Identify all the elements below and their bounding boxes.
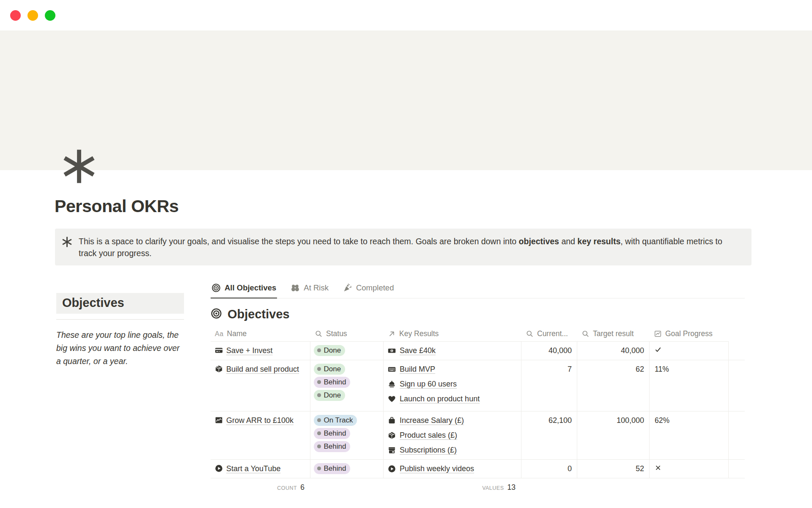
status-cell[interactable]: Behind bbox=[310, 460, 384, 478]
goal-progress-cell[interactable] bbox=[650, 460, 729, 478]
row-end-spacer bbox=[729, 342, 745, 360]
asterisk-icon[interactable] bbox=[62, 149, 96, 184]
goal-progress-cell[interactable]: 62% bbox=[650, 411, 729, 460]
current-result-cell[interactable]: 0 bbox=[521, 460, 577, 478]
play-button-icon bbox=[215, 464, 223, 472]
column-label: Status bbox=[326, 329, 347, 338]
key-results-cell[interactable]: Publish weekly videos bbox=[384, 460, 521, 478]
goal-progress-value: 62% bbox=[655, 416, 669, 425]
binoculars-icon bbox=[291, 283, 300, 293]
column-label: Key Results bbox=[399, 329, 439, 338]
play-button-icon bbox=[388, 465, 396, 473]
column-header-goal-progress[interactable]: Goal Progress bbox=[650, 327, 729, 342]
tab-at-risk[interactable]: At Risk bbox=[290, 282, 329, 298]
asterisk-icon bbox=[62, 235, 72, 249]
status-label: Behind bbox=[324, 378, 346, 387]
objective-title: Start a YouTube bbox=[226, 464, 280, 473]
notion-window: Personal OKRs This is a space to clarify… bbox=[0, 0, 812, 508]
tab-completed[interactable]: Completed bbox=[342, 282, 395, 298]
count-aggregate[interactable]: COUNT6 bbox=[211, 478, 310, 492]
current-result-cell[interactable]: 40,000 bbox=[521, 342, 577, 360]
key-result-title: Build MVP bbox=[400, 364, 435, 375]
close-button[interactable] bbox=[10, 10, 21, 21]
row-end-spacer bbox=[729, 460, 745, 478]
key-result-link[interactable]: Launch on product hunt bbox=[388, 393, 517, 405]
column-label: Target result bbox=[593, 329, 634, 338]
key-result-title: Launch on product hunt bbox=[400, 393, 480, 405]
status-pill-behind[interactable]: Behind bbox=[314, 463, 350, 474]
key-result-link[interactable]: Increase Salary (£) bbox=[388, 415, 517, 426]
minimize-button[interactable] bbox=[27, 10, 38, 21]
status-pill-behind[interactable]: Behind bbox=[314, 377, 350, 388]
status-cell[interactable]: DoneBehindDone bbox=[310, 360, 384, 411]
column-header-current[interactable]: Current... bbox=[521, 327, 577, 342]
column-header-status[interactable]: Status bbox=[310, 327, 384, 342]
status-cell[interactable]: Done bbox=[310, 342, 384, 360]
key-result-link[interactable]: Subscriptions (£) bbox=[388, 444, 517, 456]
page-title[interactable]: Personal OKRs bbox=[55, 196, 178, 216]
status-pill-done[interactable]: Done bbox=[314, 390, 345, 401]
handbag-icon bbox=[388, 417, 396, 425]
status-pill-behind[interactable]: Behind bbox=[314, 441, 350, 452]
credit-card-icon bbox=[215, 346, 223, 354]
column-header-target-result[interactable]: Target result bbox=[577, 327, 650, 342]
status-pill-behind[interactable]: Behind bbox=[314, 428, 350, 439]
zoom-button[interactable] bbox=[45, 10, 55, 21]
key-result-title: Subscriptions (£) bbox=[400, 444, 457, 456]
current-result-cell[interactable]: 7 bbox=[521, 360, 577, 411]
page-icon-asterisk[interactable] bbox=[62, 149, 96, 185]
values-aggregate[interactable]: VALUES13 bbox=[384, 478, 521, 492]
key-result-link[interactable]: Save £40k bbox=[388, 345, 517, 356]
target-result-cell[interactable]: 62 bbox=[577, 360, 650, 411]
key-result-title: Increase Salary (£) bbox=[400, 415, 464, 426]
target-icon bbox=[211, 283, 221, 293]
objective-name-cell[interactable]: Build and sell product bbox=[211, 360, 310, 411]
status-label: Behind bbox=[324, 464, 346, 473]
objective-title: Save + Invest bbox=[226, 346, 273, 355]
key-results-cell[interactable]: Save £40k bbox=[384, 342, 521, 360]
table-row: Build and sell productDoneBehindDoneBuil… bbox=[211, 360, 745, 411]
status-dot bbox=[317, 431, 321, 435]
status-label: Behind bbox=[324, 429, 346, 438]
storefront-icon bbox=[388, 446, 396, 454]
current-result-cell[interactable]: 62,100 bbox=[521, 411, 577, 460]
objective-link[interactable]: Save + Invest bbox=[215, 346, 273, 355]
sidebar-column: Objectives These are your top line goals… bbox=[56, 293, 184, 368]
asterisk-icon bbox=[62, 237, 72, 247]
status-cell[interactable]: On TrackBehindBehind bbox=[310, 411, 384, 460]
tab-all-objectives[interactable]: All Objectives bbox=[211, 282, 277, 298]
status-pill-on-track[interactable]: On Track bbox=[314, 415, 357, 426]
text-icon: Aa bbox=[215, 330, 224, 338]
goal-progress-cell[interactable] bbox=[650, 342, 729, 360]
status-pill-done[interactable]: Done bbox=[314, 345, 345, 356]
status-label: Done bbox=[324, 365, 341, 373]
key-result-link[interactable]: Product sales (£) bbox=[388, 430, 517, 441]
database-title[interactable]: Objectives bbox=[228, 307, 290, 321]
column-header-key-results[interactable]: Key Results bbox=[384, 327, 521, 342]
target-result-cell[interactable]: 52 bbox=[577, 460, 650, 478]
key-result-link[interactable]: Sign up 60 users bbox=[388, 378, 517, 390]
goal-progress-cell[interactable]: 11% bbox=[650, 360, 729, 411]
objective-link[interactable]: Start a YouTube bbox=[215, 464, 280, 473]
callout-bold-text: key results bbox=[577, 237, 620, 246]
key-result-link[interactable]: Publish weekly videos bbox=[388, 463, 517, 475]
tab-label: At Risk bbox=[304, 283, 329, 293]
key-results-cell[interactable]: Increase Salary (£)Product sales (£)Subs… bbox=[384, 411, 521, 460]
objective-name-cell[interactable]: Grow ARR to £100k bbox=[211, 411, 310, 460]
objective-name-cell[interactable]: Start a YouTube bbox=[211, 460, 310, 478]
key-result-link[interactable]: Build MVP bbox=[388, 364, 517, 375]
objective-name-cell[interactable]: Save + Invest bbox=[211, 342, 310, 360]
status-pill-done[interactable]: Done bbox=[314, 364, 345, 375]
target-result-cell[interactable]: 100,000 bbox=[577, 411, 650, 460]
view-tabs: All ObjectivesAt RiskCompleted bbox=[211, 282, 745, 298]
search-icon bbox=[582, 330, 590, 338]
objective-link[interactable]: Build and sell product bbox=[215, 365, 299, 373]
table-header-row: AaNameStatusKey ResultsCurrent...Target … bbox=[211, 327, 745, 342]
key-result-title: Publish weekly videos bbox=[400, 463, 474, 475]
target-result-cell[interactable]: 40,000 bbox=[577, 342, 650, 360]
objective-link[interactable]: Grow ARR to £100k bbox=[215, 416, 294, 425]
key-result-title: Save £40k bbox=[400, 345, 436, 356]
key-results-cell[interactable]: Build MVPSign up 60 usersLaunch on produ… bbox=[384, 360, 521, 411]
check-icon bbox=[655, 346, 661, 353]
column-header-name[interactable]: AaName bbox=[211, 327, 310, 342]
